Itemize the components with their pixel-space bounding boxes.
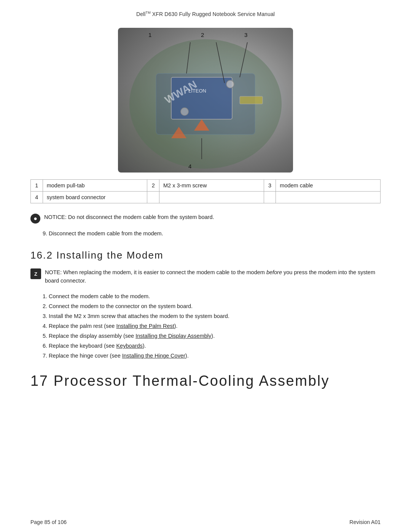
svg-text:Z: Z	[34, 271, 37, 277]
step-2: 2. Connect the modem to the connector on…	[43, 301, 381, 311]
page-header: DellTM XFR D630 Fully Rugged Notebook Se…	[30, 0, 381, 24]
link-keyboard[interactable]: Keyboards	[116, 343, 142, 349]
step-7: 7. Replace the hinge cover (see Installi…	[43, 351, 381, 361]
link-hinge[interactable]: Installing the Hinge Cover	[122, 353, 185, 359]
table-label-4: system board connector	[43, 191, 147, 203]
link-palm-rest[interactable]: Installing the Palm Rest	[116, 323, 174, 329]
notice-block: ● NOTICE: Do not disconnect the modem ca…	[30, 213, 381, 224]
section-162-heading: 16.2 Installing the Modem	[30, 249, 381, 261]
svg-point-4	[181, 108, 188, 115]
header-title: DellTM XFR D630 Fully Rugged Notebook Se…	[136, 11, 275, 17]
link-display[interactable]: Installing the Display Assembly	[135, 333, 211, 339]
step-9: 9. Disconnect the modem cable from the m…	[43, 230, 381, 236]
table-row: 1 modem pull-tab 2 M2 x 3-mm screw 3 mod…	[31, 179, 381, 191]
step-4: 4. Replace the palm rest (see Installing…	[43, 321, 381, 331]
label-4: 4	[188, 163, 191, 169]
table-empty-3	[264, 191, 276, 203]
svg-rect-7	[240, 96, 263, 104]
note-svg-icon: Z	[32, 270, 40, 278]
notice-icon: ●	[30, 214, 40, 224]
table-label-2: M2 x 3-mm screw	[159, 179, 264, 191]
table-num-1: 1	[31, 179, 43, 191]
table-empty-1	[147, 191, 159, 203]
footer-page: Page 85 of 106	[30, 519, 67, 525]
table-row: 4 system board connector	[31, 191, 381, 203]
label-3: 3	[244, 32, 247, 38]
footer-revision: Revision A01	[349, 519, 381, 525]
notice-text: NOTICE: Do not disconnect the modem cabl…	[44, 213, 214, 222]
page-footer: Page 85 of 106 Revision A01	[30, 510, 381, 532]
parts-table: 1 modem pull-tab 2 M2 x 3-mm screw 3 mod…	[30, 179, 381, 203]
diagram-svg: LITEON WWAN	[118, 28, 293, 173]
diagram-area: LITEON WWAN	[30, 28, 381, 173]
diagram-container: LITEON WWAN	[118, 28, 293, 173]
table-empty-2	[159, 191, 264, 203]
step-1: 1. Connect the modem cable to the modem.	[43, 291, 381, 301]
table-num-4: 4	[31, 191, 43, 203]
note-icon: Z	[30, 268, 41, 279]
table-label-3: modem cable	[276, 179, 381, 191]
note-text: NOTE: When replacing the modem, it is ea…	[45, 268, 381, 285]
note-block: Z NOTE: When replacing the modem, it is …	[30, 268, 381, 285]
table-num-2: 2	[147, 179, 159, 191]
label-1: 1	[148, 32, 151, 38]
step-5: 5. Replace the display assembly (see Ins…	[43, 331, 381, 341]
step-6: 6. Replace the keyboard (see Keyboards).	[43, 341, 381, 351]
step-3: 3. Install the M2 x 3mm screw that attac…	[43, 311, 381, 321]
label-2: 2	[201, 32, 204, 38]
steps-162: 1. Connect the modem cable to the modem.…	[43, 291, 381, 361]
chapter-17-heading: 17 Processor Thermal-Cooling Assembly	[30, 373, 381, 389]
table-label-1: modem pull-tab	[43, 179, 147, 191]
svg-point-5	[226, 80, 234, 88]
table-empty-4	[276, 191, 381, 203]
table-num-3: 3	[264, 179, 276, 191]
circuit-board-image: LITEON WWAN	[118, 28, 293, 173]
